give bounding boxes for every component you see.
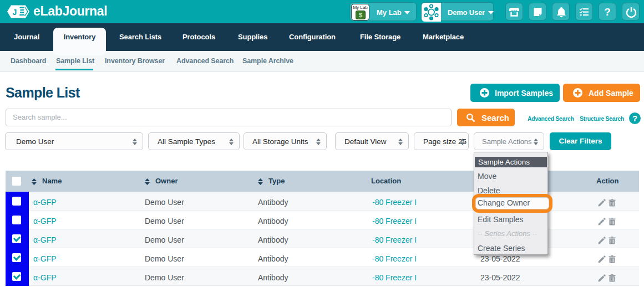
svg-text:J: J bbox=[13, 8, 17, 17]
